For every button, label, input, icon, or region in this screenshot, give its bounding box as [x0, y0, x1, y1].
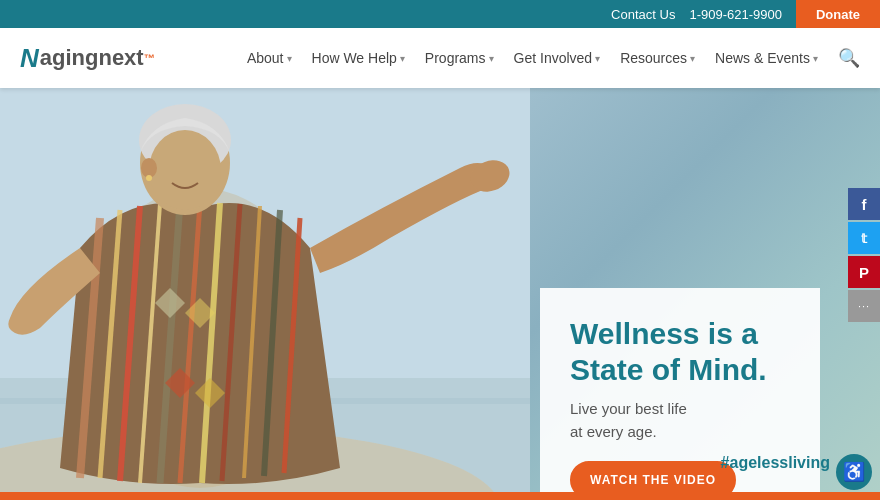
search-icon[interactable]: 🔍 — [838, 47, 860, 69]
more-icon: ··· — [858, 300, 870, 312]
nav-bar: N agingnext ™ About ▾ How We Help ▾ Prog… — [0, 28, 880, 88]
top-bar: Contact Us 1-909-621-9900 Donate — [0, 0, 880, 28]
chevron-down-icon: ▾ — [813, 53, 818, 64]
nav-item-how-we-help[interactable]: How We Help ▾ — [304, 44, 413, 72]
nav-item-news-events[interactable]: News & Events ▾ — [707, 44, 826, 72]
nav-item-get-involved[interactable]: Get Involved ▾ — [506, 44, 609, 72]
nav-links: About ▾ How We Help ▾ Programs ▾ Get Inv… — [239, 44, 860, 72]
hashtag: #agelessliving — [721, 454, 830, 472]
hero-subtext: Live your best lifeat every age. — [570, 398, 790, 443]
hero-section: Wellness is a State of Mind. Live your b… — [0, 88, 880, 500]
twitter-icon: 𝕥 — [861, 231, 867, 246]
logo-icon: N — [20, 43, 39, 74]
twitter-button[interactable]: 𝕥 — [848, 222, 880, 254]
logo-text-aging: agingnext — [40, 45, 144, 71]
pinterest-button[interactable]: P — [848, 256, 880, 288]
contact-link[interactable]: Contact Us — [611, 7, 675, 22]
more-social-button[interactable]: ··· — [848, 290, 880, 322]
chevron-down-icon: ▾ — [400, 53, 405, 64]
facebook-icon: f — [862, 196, 867, 213]
nav-item-about[interactable]: About ▾ — [239, 44, 300, 72]
hero-headline: Wellness is a State of Mind. — [570, 316, 790, 388]
facebook-button[interactable]: f — [848, 188, 880, 220]
svg-point-23 — [149, 130, 221, 210]
chevron-down-icon: ▾ — [595, 53, 600, 64]
hero-image — [0, 88, 530, 500]
bottom-bar — [0, 492, 880, 500]
chevron-down-icon: ▾ — [287, 53, 292, 64]
social-sidebar: f 𝕥 P ··· — [848, 188, 880, 322]
chevron-down-icon: ▾ — [489, 53, 494, 64]
accessibility-icon: ♿ — [843, 461, 865, 483]
phone-number: 1-909-621-9900 — [689, 7, 782, 22]
donate-button[interactable]: Donate — [796, 0, 880, 28]
logo[interactable]: N agingnext ™ — [20, 43, 155, 74]
chevron-down-icon: ▾ — [690, 53, 695, 64]
pinterest-icon: P — [859, 264, 869, 281]
nav-item-programs[interactable]: Programs ▾ — [417, 44, 502, 72]
nav-item-resources[interactable]: Resources ▾ — [612, 44, 703, 72]
logo-trademark: ™ — [144, 52, 155, 64]
svg-point-25 — [146, 175, 152, 181]
accessibility-button[interactable]: ♿ — [836, 454, 872, 490]
